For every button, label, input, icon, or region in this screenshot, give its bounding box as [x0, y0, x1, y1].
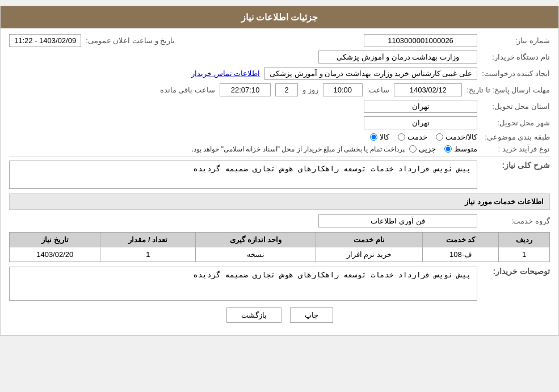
row-sharh: شرح کلی نیاز: [9, 161, 550, 189]
tarikh-label: تاریخ و ساعت اعلان عمومی: [86, 36, 175, 45]
row-shahr: شهر محل تحویل: تهران [9, 116, 550, 129]
table-row: 1ف-108خرید نرم افزارنسخه11403/02/20 [10, 247, 550, 262]
farayand-jozii-label: جزیی [419, 145, 436, 153]
row-mohlat: مهلت ارسال پاسخ: تا تاریخ: 1403/02/12 سا… [9, 83, 550, 96]
tabaqe-kala-khidmat-label: کالا/خدمت [445, 133, 477, 141]
cell-tarikh: 1403/02/20 [10, 247, 100, 262]
sharh-textarea[interactable] [9, 161, 477, 189]
page-title: جزئیات اطلاعات نیاز [241, 12, 318, 22]
cell-radif: 1 [499, 247, 550, 262]
mohlat-mande: 22:07:10 [220, 83, 271, 96]
row-ijad: ایجاد کننده درخواست: علی غیبی کارشناس خر… [9, 67, 550, 80]
tosifat-label: توصیحات خریدار: [482, 267, 550, 276]
content-area: شماره نیاز: 1103000001000026 تاریخ و ساع… [1, 28, 558, 335]
row-group: گروه خدمت: فن آوری اطلاعات [9, 214, 550, 227]
col-code: کد خدمت [422, 233, 498, 247]
row-shomara: شماره نیاز: 1103000001000026 تاریخ و ساع… [9, 34, 550, 47]
tabaqe-khidmat-label: خدمت [407, 133, 427, 141]
mohlat-roz-label: روز و [302, 86, 318, 94]
mohlat-saat-label: ساعت: [367, 86, 390, 94]
farayand-radiogroup: متوسط جزیی [409, 145, 477, 153]
tabaqe-kala-label: کالا [380, 133, 389, 141]
ostan-value: تهران [364, 100, 477, 113]
group-value: فن آوری اطلاعات [318, 214, 477, 227]
tabaqe-radiogroup: کالا/خدمت خدمت کالا [370, 133, 477, 141]
cell-tedad: 1 [100, 247, 196, 262]
back-button[interactable]: بازگشت [226, 307, 281, 323]
mohlat-saat: 10:00 [323, 83, 363, 96]
tosifat-textarea[interactable] [9, 267, 477, 301]
cell-code: ف-108 [422, 247, 498, 262]
shahr-label: شهر محل تحویل: [482, 119, 550, 127]
farayand-desc: پرداخت تمام یا بخشی از مبلغ خریدار از مح… [192, 145, 405, 153]
khadamat-title: اطلاعات خدمات مورد نیاز [9, 193, 550, 210]
tabaqe-kala-khidmat: کالا/خدمت [436, 133, 477, 141]
ijad-value: علی غیبی کارشناس خرید وزارت بهداشت درمان… [264, 67, 477, 80]
mohlat-roz: 2 [275, 83, 298, 96]
farayand-motevaset: متوسط [444, 145, 477, 153]
print-button[interactable]: چاپ [290, 307, 333, 323]
farayand-motevaset-radio[interactable] [444, 145, 452, 153]
tabaqe-label: طبقه بندی موضوعی: [482, 133, 550, 141]
tabaqe-kala-radio[interactable] [370, 133, 377, 141]
col-tedad: تعداد / مقدار [100, 233, 196, 247]
cell-vahed: نسخه [196, 247, 316, 262]
farayand-motevaset-label: متوسط [454, 145, 477, 153]
shomara-value: 1103000001000026 [364, 34, 477, 47]
sharh-label: شرح کلی نیاز: [482, 161, 550, 170]
dastasgah-value: وزارت بهداشت درمان و آموزش پزشکی [318, 50, 477, 64]
farayand-jozii-radio[interactable] [409, 145, 417, 153]
buttons-row: چاپ بازگشت [9, 307, 550, 323]
tabaqe-kala-khidmat-radio[interactable] [436, 133, 443, 141]
mohlat-label: مهلت ارسال پاسخ: تا تاریخ: [466, 86, 550, 94]
khadamat-table: ردیف کد خدمت نام خدمت واحد اندازه گیری ت… [9, 232, 550, 262]
tabaqe-kala: کالا [370, 133, 389, 141]
row-dastasgah: نام دستگاه خریدار: وزارت بهداشت درمان و … [9, 50, 550, 64]
shahr-value: تهران [364, 116, 477, 129]
group-label: گروه خدمت: [482, 217, 550, 225]
ijad-label: ایجاد کننده درخواست: [482, 69, 550, 78]
ijad-link[interactable]: اطلاعات تماس خریدار [191, 69, 260, 78]
col-name: نام خدمت [316, 233, 422, 247]
col-vahed: واحد اندازه گیری [196, 233, 316, 247]
farayand-jozii: جزیی [409, 145, 436, 153]
mohlat-mande-label: ساعت باقی مانده [160, 86, 215, 94]
khadamat-table-section: ردیف کد خدمت نام خدمت واحد اندازه گیری ت… [9, 232, 550, 262]
shomara-label: شماره نیاز: [482, 36, 550, 45]
row-tabaqe: طبقه بندی موضوعی: کالا/خدمت خدمت کالا [9, 133, 550, 141]
tarikh-value: 1403/02/09 - 11:22 [9, 34, 81, 47]
tabaqe-khidmat: خدمت [398, 133, 427, 141]
row-tosifat: توصیحات خریدار: [9, 267, 550, 301]
col-radif: ردیف [499, 233, 550, 247]
page-header: جزئیات اطلاعات نیاز [1, 6, 558, 28]
cell-name: خرید نرم افزار [316, 247, 422, 262]
ostan-label: استان محل تحویل: [482, 102, 550, 111]
col-tarikh: تاریخ نیاز [10, 233, 100, 247]
divider-1 [9, 157, 550, 157]
mohlat-date: 1403/02/12 [394, 83, 462, 96]
row-farayand: نوع فرآیند خرید : متوسط جزیی پرداخت تمام… [9, 145, 550, 153]
row-ostan: استان محل تحویل: تهران [9, 100, 550, 113]
farayand-label: نوع فرآیند خرید : [482, 145, 550, 153]
tabaqe-khidmat-radio[interactable] [398, 133, 405, 141]
page-container: جزئیات اطلاعات نیاز شماره نیاز: 11030000… [0, 6, 559, 336]
dastasgah-label: نام دستگاه خریدار: [482, 53, 550, 61]
